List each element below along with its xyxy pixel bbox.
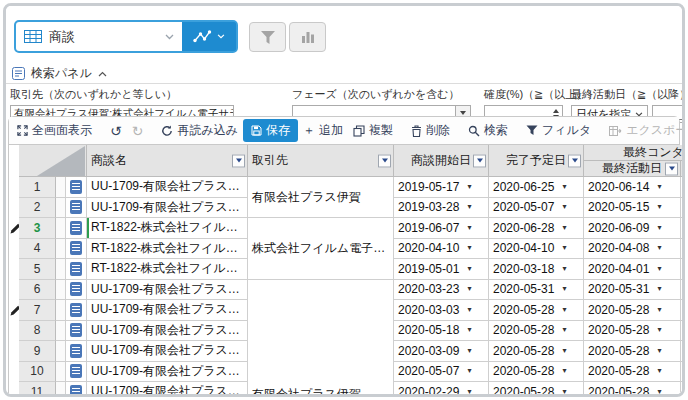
start-date-cell[interactable]: 2020-03-03▾: [394, 300, 489, 321]
deal-name-cell[interactable]: RT-1822-株式会社フイル…: [87, 259, 248, 280]
record-link-cell[interactable]: [66, 382, 87, 397]
account-group-cell[interactable]: 株式会社フイルム電子…: [248, 218, 394, 280]
start-date-cell[interactable]: 2020-05-07▾: [394, 362, 489, 383]
column-filter-button[interactable]: [473, 154, 486, 167]
due-date-cell[interactable]: 2020-06-28▾: [489, 218, 584, 239]
row-number[interactable]: 9: [19, 341, 56, 362]
due-date-cell[interactable]: 2020-05-28▾: [489, 382, 584, 397]
due-date-cell[interactable]: 2020-05-28▾: [489, 362, 584, 383]
deal-name-cell[interactable]: UU-1709-有限会社プラス…: [87, 341, 248, 362]
column-header-last-activity[interactable]: 最終活動日: [584, 161, 681, 177]
save-button[interactable]: 保存: [243, 119, 298, 142]
start-date-cell[interactable]: 2019-05-01▾: [394, 259, 489, 280]
record-link-cell[interactable]: [66, 341, 87, 362]
row-number[interactable]: 3: [19, 218, 56, 239]
due-date-cell[interactable]: 2020-04-10▾: [489, 239, 584, 260]
fullscreen-button[interactable]: 全画面表示: [12, 119, 97, 142]
search-panel-header[interactable]: 検索パネル: [6, 64, 682, 83]
record-link-cell[interactable]: [66, 218, 87, 239]
filter-button[interactable]: フィルタ: [521, 119, 596, 142]
duplicate-button[interactable]: 複製: [348, 119, 398, 142]
deal-name-cell[interactable]: UU-1709-有限会社プラス…: [87, 321, 248, 342]
last-activity-cell[interactable]: 2020-05-28▾: [584, 321, 681, 342]
last-activity-cell[interactable]: 2020-05-28▾: [584, 341, 681, 362]
last-activity-cell[interactable]: 2020-05-31▾: [584, 280, 681, 301]
deal-name-cell[interactable]: RT-1822-株式会社フイル…: [87, 239, 248, 260]
column-filter-button[interactable]: [232, 154, 245, 167]
chart-view-button[interactable]: [289, 22, 326, 52]
column-filter-button[interactable]: [378, 154, 391, 167]
last-activity-cell[interactable]: 2020-05-28▾: [584, 382, 681, 397]
column-header-name[interactable]: 商談名: [87, 145, 248, 177]
due-date-cell[interactable]: 2020-05-31▾: [489, 280, 584, 301]
last-activity-cell[interactable]: 2020-06-14▾: [584, 177, 681, 198]
row-number[interactable]: 10: [19, 362, 56, 383]
record-link-cell[interactable]: [66, 198, 87, 219]
reload-button[interactable]: 再読み込み: [156, 119, 243, 142]
row-number[interactable]: 8: [19, 321, 56, 342]
row-number[interactable]: 5: [19, 259, 56, 280]
last-activity-cell[interactable]: 2020-05-15▾: [584, 198, 681, 219]
last-activity-cell[interactable]: 2020-04-01▾: [584, 259, 681, 280]
delete-button[interactable]: 削除: [406, 119, 455, 142]
filter-arrow-icon: [572, 159, 578, 166]
account-group-cell[interactable]: 有限会社プラス伊賀: [248, 280, 394, 398]
due-date-cell[interactable]: 2020-03-18▾: [489, 259, 584, 280]
chart-mode-button[interactable]: [182, 22, 236, 51]
column-header-account[interactable]: 取引先: [248, 145, 394, 177]
last-activity-cell[interactable]: 2020-05-28▾: [584, 362, 681, 383]
deal-name-cell[interactable]: UU-1709-有限会社プラス…: [87, 362, 248, 383]
view-selector[interactable]: 商談: [16, 22, 182, 51]
deal-name-cell[interactable]: UU-1709-有限会社プラス…: [87, 280, 248, 301]
collapse-chevron-icon[interactable]: [98, 71, 107, 77]
last-activity-cell[interactable]: 2020-06-09▾: [584, 218, 681, 239]
start-date-cell[interactable]: 2019-06-07▾: [394, 218, 489, 239]
column-filter-button[interactable]: [568, 154, 581, 167]
row-number[interactable]: 2: [19, 198, 56, 219]
deal-name-cell[interactable]: UU-1709-有限会社プラス…: [87, 300, 248, 321]
record-link-cell[interactable]: [66, 362, 87, 383]
start-date-cell[interactable]: 2020-03-23▾: [394, 280, 489, 301]
row-number[interactable]: 4: [19, 239, 56, 260]
record-link-cell[interactable]: [66, 259, 87, 280]
start-date-cell[interactable]: 2019-03-28▾: [394, 198, 489, 219]
start-date-cell[interactable]: 2020-03-09▾: [394, 341, 489, 362]
search-button[interactable]: 検索: [463, 119, 513, 142]
add-button[interactable]: ＋追加: [298, 119, 348, 142]
last-activity-cell[interactable]: 2020-04-08▾: [584, 239, 681, 260]
select-all-corner[interactable]: [19, 145, 87, 177]
dropdown-icon: ▾: [562, 183, 566, 191]
record-link-cell[interactable]: [66, 177, 87, 198]
due-date-cell[interactable]: 2020-06-25▾: [489, 177, 584, 198]
record-link-cell[interactable]: [66, 280, 87, 301]
due-date-cell[interactable]: 2020-05-28▾: [489, 321, 584, 342]
row-number[interactable]: 1: [19, 177, 56, 198]
redo-button[interactable]: ↻: [127, 121, 149, 141]
start-date-cell[interactable]: 2020-02-29▾: [394, 382, 489, 397]
deal-name-cell[interactable]: UU-1709-有限会社プラス…: [87, 177, 248, 198]
undo-button[interactable]: ↺: [105, 121, 127, 141]
last-activity-cell[interactable]: 2020-05-28▾: [584, 300, 681, 321]
deal-name-cell[interactable]: UU-1709-有限会社プラス…: [87, 382, 248, 397]
row-number[interactable]: 6: [19, 280, 56, 301]
due-date-cell[interactable]: 2020-05-28▾: [489, 300, 584, 321]
row-number[interactable]: 11: [19, 382, 56, 397]
record-link-cell[interactable]: [66, 300, 87, 321]
filter-toggle-button[interactable]: [249, 22, 286, 52]
export-button[interactable]: エクスポート: [604, 119, 685, 142]
due-date-cell[interactable]: 2020-05-28▾: [489, 341, 584, 362]
account-group-cell[interactable]: 有限会社プラス伊賀: [248, 177, 394, 218]
start-date-cell[interactable]: 2019-05-17▾: [394, 177, 489, 198]
due-date-cell[interactable]: 2020-05-07▾: [489, 198, 584, 219]
column-filter-button[interactable]: [665, 162, 678, 175]
column-header-due-date[interactable]: 完了予定日: [489, 145, 584, 177]
column-header-start-date[interactable]: 商談開始日: [394, 145, 489, 177]
start-date-cell[interactable]: 2020-04-10▾: [394, 239, 489, 260]
deal-name-cell[interactable]: RT-1822-株式会社フイル…: [87, 218, 248, 239]
dropdown-icon: ▾: [467, 306, 471, 314]
record-link-cell[interactable]: [66, 321, 87, 342]
start-date-cell[interactable]: 2020-05-18▾: [394, 321, 489, 342]
record-link-cell[interactable]: [66, 239, 87, 260]
row-number[interactable]: 7: [19, 300, 56, 321]
deal-name-cell[interactable]: UU-1709-有限会社プラス…: [87, 198, 248, 219]
